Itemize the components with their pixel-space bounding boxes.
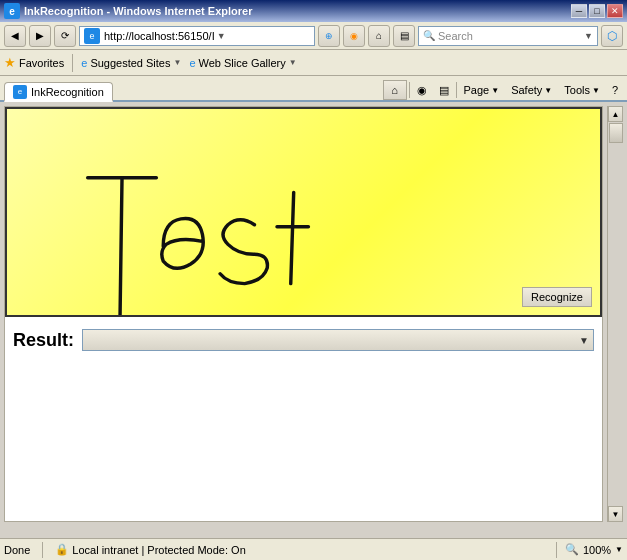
address-dropdown-icon[interactable]: ▼ xyxy=(217,31,226,41)
zone-label: Local intranet | Protected Mode: On xyxy=(72,544,245,556)
maximize-button[interactable]: □ xyxy=(589,4,605,18)
print-toolbar-button[interactable]: ▤ xyxy=(434,80,454,100)
zoom-label: 100% xyxy=(583,544,611,556)
tools-dropdown-icon: ▼ xyxy=(592,86,600,95)
close-button[interactable]: ✕ xyxy=(607,4,623,18)
title-bar-controls: ─ □ ✕ xyxy=(571,4,623,18)
suggested-dropdown-icon: ▼ xyxy=(174,58,182,67)
web-slice-icon: e xyxy=(189,57,195,69)
print-icon[interactable]: ▤ xyxy=(393,25,415,47)
recognize-button[interactable]: Recognize xyxy=(522,287,592,307)
status-done-label: Done xyxy=(4,544,30,556)
status-sep-2 xyxy=(556,542,557,558)
ie-favicon-icon: e xyxy=(81,57,87,69)
status-bar: Done 🔒 Local intranet | Protected Mode: … xyxy=(0,538,627,560)
home-toolbar-button[interactable]: ⌂ xyxy=(383,80,407,100)
help-icon: ? xyxy=(612,84,618,96)
web-slice-label: Web Slice Gallery xyxy=(199,57,286,69)
protected-mode-icon: 🔒 xyxy=(55,543,69,556)
active-tab[interactable]: e InkRecognition xyxy=(4,82,113,102)
safety-menu-button[interactable]: Safety ▼ xyxy=(506,82,557,98)
status-sep-1 xyxy=(42,542,43,558)
tab-label: InkRecognition xyxy=(31,86,104,98)
safety-label: Safety xyxy=(511,84,542,96)
safety-dropdown-icon: ▼ xyxy=(544,86,552,95)
favorites-button[interactable]: ★ Favorites xyxy=(4,55,64,70)
refresh-button[interactable]: ⟳ xyxy=(54,25,76,47)
title-bar: e InkRecognition - Windows Internet Expl… xyxy=(0,0,627,22)
zoom-dropdown-icon[interactable]: ▼ xyxy=(615,545,623,554)
star-icon: ★ xyxy=(4,55,16,70)
scroll-down-button[interactable]: ▼ xyxy=(608,506,623,522)
address-text: http://localhost:56150/I xyxy=(104,30,215,42)
compatibility-icon[interactable]: ⊕ xyxy=(318,25,340,47)
result-label: Result: xyxy=(13,330,74,351)
browser-toolbar: ⌂ ◉ ▤ Page ▼ Safety ▼ Tools ▼ ? xyxy=(379,80,627,100)
address-input[interactable]: e http://localhost:56150/I ▼ xyxy=(79,26,315,46)
scrollbar: ▲ ▼ xyxy=(607,106,623,522)
page-label: Page xyxy=(464,84,490,96)
page-dropdown-icon: ▼ xyxy=(491,86,499,95)
favorites-bar: ★ Favorites e Suggested Sites ▼ e Web Sl… xyxy=(0,50,627,76)
rss-toolbar-button[interactable]: ◉ xyxy=(412,80,432,100)
address-bar: ◀ ▶ ⟳ e http://localhost:56150/I ▼ ⊕ ◉ ⌂… xyxy=(0,22,627,50)
ie-logo-icon: e xyxy=(4,3,20,19)
zoom-icon: 🔍 xyxy=(565,543,579,556)
search-placeholder: Search xyxy=(438,30,584,42)
web-slice-gallery-item[interactable]: e Web Slice Gallery ▼ xyxy=(189,57,296,69)
favorites-label: Favorites xyxy=(19,57,64,69)
tab-bar: e InkRecognition xyxy=(0,82,379,100)
status-right: 🔍 100% ▼ xyxy=(552,542,623,558)
toolbar-sep-2 xyxy=(456,82,457,98)
window-title: InkRecognition - Windows Internet Explor… xyxy=(24,5,252,17)
scroll-track xyxy=(608,122,623,506)
help-button[interactable]: ? xyxy=(607,82,623,98)
separator-1 xyxy=(72,54,73,72)
address-toolbar-icons: ⊕ ◉ ⌂ ▤ xyxy=(318,25,415,47)
rss-icon[interactable]: ◉ xyxy=(343,25,365,47)
search-dropdown-icon[interactable]: ▼ xyxy=(584,31,593,41)
search-engine-icon: 🔍 xyxy=(423,30,435,41)
home-icon[interactable]: ⌂ xyxy=(368,25,390,47)
result-area: Result: ▼ xyxy=(5,317,602,363)
tools-menu-button[interactable]: Tools ▼ xyxy=(559,82,605,98)
scroll-thumb[interactable] xyxy=(609,123,623,143)
tools-label: Tools xyxy=(564,84,590,96)
minimize-button[interactable]: ─ xyxy=(571,4,587,18)
page-icon: e xyxy=(84,28,100,44)
back-button[interactable]: ◀ xyxy=(4,25,26,47)
suggested-sites-item[interactable]: e Suggested Sites ▼ xyxy=(81,57,181,69)
tab-ie-icon: e xyxy=(13,85,27,99)
toolbar-sep-1 xyxy=(409,82,410,98)
suggested-sites-label: Suggested Sites xyxy=(90,57,170,69)
search-input-wrap[interactable]: 🔍 Search ▼ xyxy=(418,26,598,46)
ink-handwriting-svg xyxy=(7,109,600,315)
page-content: Recognize Result: ▼ xyxy=(4,106,603,522)
result-dropdown-arrow-icon: ▼ xyxy=(579,335,589,346)
status-zone: 🔒 Local intranet | Protected Mode: On xyxy=(55,543,245,556)
page-menu-button[interactable]: Page ▼ xyxy=(459,82,505,98)
forward-button[interactable]: ▶ xyxy=(29,25,51,47)
ink-canvas[interactable]: Recognize xyxy=(5,107,602,317)
scroll-up-button[interactable]: ▲ xyxy=(608,106,623,122)
main-area: Recognize Result: ▼ ▲ ▼ xyxy=(0,102,627,526)
search-go-button[interactable]: ⬡ xyxy=(601,25,623,47)
result-dropdown[interactable]: ▼ xyxy=(82,329,594,351)
tab-toolbar-row: e InkRecognition ⌂ ◉ ▤ Page ▼ Safety ▼ T… xyxy=(0,76,627,102)
title-bar-left: e InkRecognition - Windows Internet Expl… xyxy=(4,3,252,19)
web-slice-dropdown-icon: ▼ xyxy=(289,58,297,67)
